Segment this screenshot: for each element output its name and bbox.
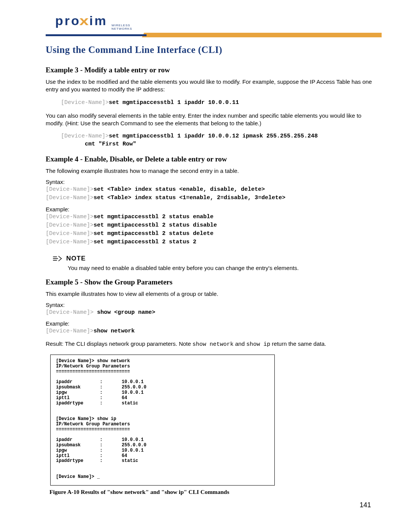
example4-heading: Example 4 - Enable, Disable, or Delete a…	[46, 155, 373, 163]
example5-example-label: Example:	[46, 320, 373, 327]
example3-code-2: [Device-Name]>set mgmtipaccesstbl 1 ipad…	[61, 133, 373, 148]
example5-syntax-label: Syntax:	[46, 302, 373, 308]
cli-output-box: [Device Name]> show network IP/Network G…	[50, 355, 275, 485]
note-callout: NOTE	[53, 255, 373, 262]
page-number: 141	[360, 501, 371, 509]
example3-paragraph-1: Use the index to be modified and the tab…	[46, 78, 373, 94]
logo-text: proxim	[55, 13, 107, 28]
arrow-note-icon	[53, 255, 62, 262]
header-divider	[46, 32, 373, 36]
example4-cmd-4: [Device-Name]>set mgmtipaccesstbl 2 stat…	[46, 238, 373, 246]
figure-caption: Figure A-10 Results of "show network" an…	[49, 489, 373, 495]
example4-cmd-1: [Device-Name]>set mgmtipaccesstbl 2 stat…	[46, 213, 373, 221]
brand-logo: proxim WIRELESS NETWORKS	[55, 11, 107, 30]
example4-syntax-2: [Device-Name]>set <Table> index status <…	[46, 194, 373, 202]
chapter-title: Using the Command Line Interface (CLI)	[46, 45, 373, 55]
example-label: Example:	[46, 206, 373, 212]
note-body: You may need to enable a disabled table …	[68, 265, 373, 271]
example5-example-cmd: [Device-Name]>show network	[46, 328, 373, 335]
example3-heading: Example 3 - Modify a table entry or row	[46, 66, 373, 74]
example4-syntax-1: [Device-Name]>set <Table> index status <…	[46, 186, 373, 193]
example4-paragraph: The following example illustrates how to…	[46, 167, 373, 175]
example4-cmd-3: [Device-Name]>set mgmtipaccesstbl 2 stat…	[46, 230, 373, 238]
example5-result: Result: The CLI displays network group p…	[46, 340, 373, 348]
example4-cmd-2: [Device-Name]>set mgmtipaccesstbl 2 stat…	[46, 222, 373, 229]
example3-paragraph-2: You can also modify several elements in …	[46, 112, 373, 128]
logo-subtitle: WIRELESS NETWORKS	[112, 24, 132, 30]
example3-code-1: [Device-Name]>set mgmtipaccesstbl 1 ipad…	[61, 99, 373, 107]
example5-heading: Example 5 - Show the Group Parameters	[46, 278, 373, 286]
example5-paragraph: This example illustrates how to view all…	[46, 290, 373, 298]
example5-syntax: [Device-Name]> show <group name>	[46, 309, 373, 316]
page-header: proxim WIRELESS NETWORKS	[46, 11, 373, 36]
syntax-label: Syntax:	[46, 179, 373, 185]
note-label: NOTE	[66, 255, 86, 262]
